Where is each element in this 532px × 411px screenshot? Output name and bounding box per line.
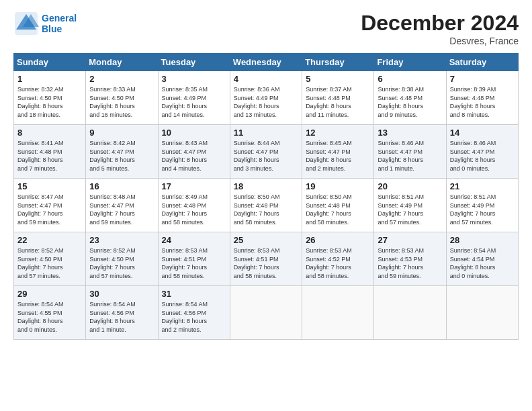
- calendar-header-row: Sunday Monday Tuesday Wednesday Thursday…: [14, 54, 519, 71]
- day-info: Sunrise: 8:50 AM Sunset: 4:48 PM Dayligh…: [306, 193, 370, 226]
- day-info: Sunrise: 8:47 AM Sunset: 4:47 PM Dayligh…: [17, 193, 82, 226]
- calendar-week-5: 29Sunrise: 8:54 AM Sunset: 4:55 PM Dayli…: [14, 286, 519, 340]
- calendar-cell: 22Sunrise: 8:52 AM Sunset: 4:50 PM Dayli…: [14, 232, 86, 286]
- day-info: Sunrise: 8:54 AM Sunset: 4:55 PM Dayligh…: [17, 300, 82, 334]
- day-number: 5: [306, 74, 370, 84]
- day-info: Sunrise: 8:35 AM Sunset: 4:49 PM Dayligh…: [162, 85, 226, 119]
- calendar-cell: 20Sunrise: 8:51 AM Sunset: 4:49 PM Dayli…: [374, 179, 446, 232]
- day-info: Sunrise: 8:38 AM Sunset: 4:48 PM Dayligh…: [378, 85, 442, 119]
- day-info: Sunrise: 8:43 AM Sunset: 4:47 PM Dayligh…: [162, 139, 226, 173]
- calendar-cell: 8Sunrise: 8:41 AM Sunset: 4:48 PM Daylig…: [14, 125, 86, 179]
- day-info: Sunrise: 8:53 AM Sunset: 4:52 PM Dayligh…: [306, 246, 370, 280]
- calendar-cell: 6Sunrise: 8:38 AM Sunset: 4:48 PM Daylig…: [374, 71, 446, 125]
- col-wednesday: Wednesday: [230, 54, 302, 71]
- calendar-cell: 19Sunrise: 8:50 AM Sunset: 4:48 PM Dayli…: [302, 179, 374, 232]
- col-monday: Monday: [86, 54, 158, 71]
- day-info: Sunrise: 8:53 AM Sunset: 4:51 PM Dayligh…: [162, 246, 226, 280]
- calendar-cell: 7Sunrise: 8:39 AM Sunset: 4:48 PM Daylig…: [446, 71, 518, 125]
- day-number: 10: [162, 128, 226, 138]
- day-number: 25: [234, 235, 298, 245]
- day-number: 8: [17, 128, 82, 138]
- day-info: Sunrise: 8:46 AM Sunset: 4:47 PM Dayligh…: [450, 139, 515, 173]
- calendar-cell: 25Sunrise: 8:53 AM Sunset: 4:51 PM Dayli…: [230, 232, 302, 286]
- day-number: 19: [306, 181, 370, 191]
- day-info: Sunrise: 8:42 AM Sunset: 4:47 PM Dayligh…: [89, 139, 154, 173]
- logo-icon: [13, 11, 39, 36]
- day-number: 2: [89, 74, 154, 84]
- calendar-week-1: 1Sunrise: 8:32 AM Sunset: 4:50 PM Daylig…: [14, 71, 519, 125]
- day-number: 1: [17, 74, 82, 84]
- calendar-cell: 18Sunrise: 8:50 AM Sunset: 4:48 PM Dayli…: [230, 179, 302, 232]
- day-info: Sunrise: 8:36 AM Sunset: 4:49 PM Dayligh…: [234, 85, 298, 119]
- logo: General Blue: [13, 11, 77, 36]
- day-number: 6: [378, 74, 442, 84]
- logo-line1: General: [42, 13, 77, 24]
- day-number: 23: [89, 235, 154, 245]
- day-number: 12: [306, 128, 370, 138]
- day-number: 30: [89, 289, 154, 299]
- day-number: 3: [162, 74, 226, 84]
- day-number: 29: [17, 289, 82, 299]
- logo-line2: Blue: [42, 24, 77, 34]
- calendar-week-4: 22Sunrise: 8:52 AM Sunset: 4:50 PM Dayli…: [14, 232, 519, 286]
- day-info: Sunrise: 8:52 AM Sunset: 4:50 PM Dayligh…: [89, 246, 154, 280]
- day-info: Sunrise: 8:54 AM Sunset: 4:56 PM Dayligh…: [162, 300, 226, 334]
- month-title: December 2024: [361, 11, 519, 36]
- calendar-cell: 13Sunrise: 8:46 AM Sunset: 4:47 PM Dayli…: [374, 125, 446, 179]
- day-info: Sunrise: 8:52 AM Sunset: 4:50 PM Dayligh…: [17, 246, 82, 280]
- day-info: Sunrise: 8:54 AM Sunset: 4:56 PM Dayligh…: [89, 300, 154, 334]
- day-info: Sunrise: 8:53 AM Sunset: 4:51 PM Dayligh…: [234, 246, 298, 280]
- calendar-cell: [446, 286, 518, 340]
- col-friday: Friday: [374, 54, 446, 71]
- day-number: 13: [378, 128, 442, 138]
- location: Desvres, France: [361, 36, 519, 46]
- calendar-cell: 1Sunrise: 8:32 AM Sunset: 4:50 PM Daylig…: [14, 71, 86, 125]
- calendar-cell: 11Sunrise: 8:44 AM Sunset: 4:47 PM Dayli…: [230, 125, 302, 179]
- day-info: Sunrise: 8:46 AM Sunset: 4:47 PM Dayligh…: [378, 139, 442, 173]
- col-saturday: Saturday: [446, 54, 518, 71]
- calendar-cell: 27Sunrise: 8:53 AM Sunset: 4:53 PM Dayli…: [374, 232, 446, 286]
- day-number: 16: [89, 181, 154, 191]
- day-info: Sunrise: 8:48 AM Sunset: 4:47 PM Dayligh…: [89, 193, 154, 226]
- day-info: Sunrise: 8:37 AM Sunset: 4:48 PM Dayligh…: [306, 85, 370, 119]
- col-thursday: Thursday: [302, 54, 374, 71]
- day-number: 4: [234, 74, 298, 84]
- calendar-cell: [374, 286, 446, 340]
- day-number: 24: [162, 235, 226, 245]
- calendar-cell: 2Sunrise: 8:33 AM Sunset: 4:50 PM Daylig…: [86, 71, 158, 125]
- day-number: 26: [306, 235, 370, 245]
- day-number: 17: [162, 181, 226, 191]
- day-info: Sunrise: 8:39 AM Sunset: 4:48 PM Dayligh…: [450, 85, 515, 119]
- day-number: 7: [450, 74, 515, 84]
- page: General Blue December 2024 Desvres, Fran…: [0, 0, 532, 411]
- day-info: Sunrise: 8:51 AM Sunset: 4:49 PM Dayligh…: [450, 193, 515, 226]
- day-info: Sunrise: 8:41 AM Sunset: 4:48 PM Dayligh…: [17, 139, 82, 173]
- calendar-cell: 21Sunrise: 8:51 AM Sunset: 4:49 PM Dayli…: [446, 179, 518, 232]
- calendar-cell: 31Sunrise: 8:54 AM Sunset: 4:56 PM Dayli…: [158, 286, 230, 340]
- col-tuesday: Tuesday: [158, 54, 230, 71]
- header: General Blue December 2024 Desvres, Fran…: [13, 11, 519, 46]
- day-number: 11: [234, 128, 298, 138]
- calendar-cell: [302, 286, 374, 340]
- day-number: 20: [378, 181, 442, 191]
- calendar-week-3: 15Sunrise: 8:47 AM Sunset: 4:47 PM Dayli…: [14, 179, 519, 232]
- day-number: 18: [234, 181, 298, 191]
- day-info: Sunrise: 8:32 AM Sunset: 4:50 PM Dayligh…: [17, 85, 82, 119]
- calendar-cell: 26Sunrise: 8:53 AM Sunset: 4:52 PM Dayli…: [302, 232, 374, 286]
- calendar-cell: 23Sunrise: 8:52 AM Sunset: 4:50 PM Dayli…: [86, 232, 158, 286]
- calendar-cell: 9Sunrise: 8:42 AM Sunset: 4:47 PM Daylig…: [86, 125, 158, 179]
- calendar-cell: 16Sunrise: 8:48 AM Sunset: 4:47 PM Dayli…: [86, 179, 158, 232]
- calendar-cell: 29Sunrise: 8:54 AM Sunset: 4:55 PM Dayli…: [14, 286, 86, 340]
- calendar-cell: 5Sunrise: 8:37 AM Sunset: 4:48 PM Daylig…: [302, 71, 374, 125]
- calendar: Sunday Monday Tuesday Wednesday Thursday…: [13, 53, 519, 340]
- calendar-cell: 28Sunrise: 8:54 AM Sunset: 4:54 PM Dayli…: [446, 232, 518, 286]
- calendar-cell: 17Sunrise: 8:49 AM Sunset: 4:48 PM Dayli…: [158, 179, 230, 232]
- calendar-cell: 10Sunrise: 8:43 AM Sunset: 4:47 PM Dayli…: [158, 125, 230, 179]
- day-info: Sunrise: 8:45 AM Sunset: 4:47 PM Dayligh…: [306, 139, 370, 173]
- calendar-cell: 30Sunrise: 8:54 AM Sunset: 4:56 PM Dayli…: [86, 286, 158, 340]
- day-number: 27: [378, 235, 442, 245]
- day-number: 28: [450, 235, 515, 245]
- day-number: 31: [162, 289, 226, 299]
- day-info: Sunrise: 8:54 AM Sunset: 4:54 PM Dayligh…: [450, 246, 515, 280]
- calendar-cell: 12Sunrise: 8:45 AM Sunset: 4:47 PM Dayli…: [302, 125, 374, 179]
